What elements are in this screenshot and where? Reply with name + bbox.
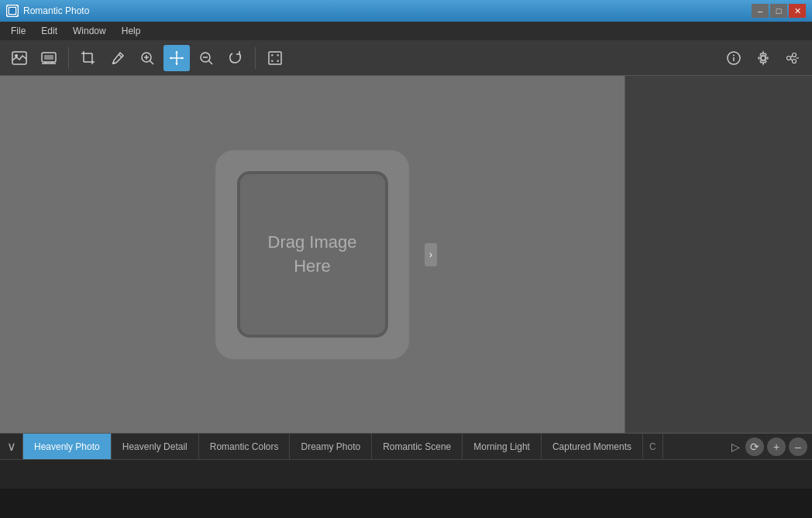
svg-rect-5 — [44, 55, 53, 60]
svg-line-32 — [791, 56, 793, 57]
bottom-strip — [0, 459, 812, 489]
menu-window[interactable]: Window — [65, 24, 114, 38]
canvas-area[interactable]: Drag Image Here › — [0, 76, 624, 433]
info-button[interactable] — [721, 45, 747, 71]
toolbar — [0, 40, 812, 76]
effects-button[interactable] — [779, 45, 806, 71]
rotate-button[interactable] — [222, 45, 249, 71]
tabs-bar: ∨ Heavenly Photo Heavenly Detail Romanti… — [0, 433, 812, 459]
menu-bar: File Edit Window Help — [0, 22, 812, 40]
tab-play-button[interactable]: ▷ — [728, 440, 742, 454]
tab-controls: ▷ ⟳ + – — [724, 437, 812, 456]
menu-edit[interactable]: Edit — [33, 24, 65, 38]
tab-list-button[interactable]: ∨ — [0, 434, 23, 460]
side-panel-toggle[interactable]: › — [425, 243, 437, 266]
minimize-button[interactable]: – — [752, 4, 769, 18]
move-button[interactable] — [163, 45, 190, 71]
tab-more[interactable]: C — [643, 434, 663, 460]
fullscreen-button[interactable] — [262, 45, 288, 71]
svg-point-29 — [787, 56, 791, 60]
tab-dreamy-photo[interactable]: Dreamy Photo — [290, 434, 372, 460]
tab-heavenly-detail[interactable]: Heavenly Detail — [112, 434, 199, 460]
svg-point-27 — [733, 54, 735, 56]
tab-add-button[interactable]: + — [767, 437, 786, 456]
tab-romantic-colors[interactable]: Romantic Colors — [199, 434, 291, 460]
tab-captured-moments[interactable]: Captured Moments — [542, 434, 643, 460]
toolbar-sep-2 — [255, 47, 256, 69]
crop-button[interactable] — [75, 45, 102, 71]
app-icon — [6, 5, 19, 17]
main-area: Drag Image Here › — [0, 76, 812, 433]
right-panel — [624, 76, 812, 433]
svg-point-3 — [15, 54, 18, 57]
drag-line1: Drag Image — [268, 232, 357, 252]
tab-remove-button[interactable]: – — [789, 437, 807, 456]
window-title: Romantic Photo — [23, 5, 752, 16]
svg-line-16 — [150, 60, 154, 64]
settings-button[interactable] — [750, 45, 776, 71]
close-button[interactable]: ✕ — [789, 4, 806, 18]
menu-file[interactable]: File — [3, 24, 33, 38]
svg-line-33 — [791, 59, 793, 60]
toolbar-sep-1 — [68, 47, 69, 69]
tab-loop-button[interactable]: ⟳ — [745, 437, 764, 456]
svg-point-14 — [112, 62, 115, 64]
image-button[interactable] — [6, 45, 33, 71]
drag-placeholder[interactable]: Drag Image Here — [215, 150, 409, 359]
tab-romantic-scene[interactable]: Romantic Scene — [372, 434, 463, 460]
zoom-out-button[interactable] — [193, 45, 219, 71]
tab-morning-light[interactable]: Morning Light — [463, 434, 542, 460]
zoom-in-button[interactable] — [134, 45, 160, 71]
svg-rect-1 — [9, 8, 15, 14]
drag-line2: Here — [294, 256, 331, 276]
window-controls: – □ ✕ — [752, 4, 806, 18]
eyedropper-button[interactable] — [105, 45, 131, 71]
svg-point-30 — [793, 53, 797, 57]
tab-heavenly-photo[interactable]: Heavenly Photo — [23, 434, 112, 460]
svg-line-22 — [209, 60, 213, 64]
title-bar: Romantic Photo – □ ✕ — [0, 0, 812, 22]
scanner-button[interactable] — [36, 45, 62, 71]
svg-rect-24 — [269, 52, 281, 64]
menu-help[interactable]: Help — [114, 24, 149, 38]
maximize-button[interactable]: □ — [770, 4, 787, 18]
drag-inner: Drag Image Here — [237, 171, 388, 338]
svg-line-13 — [119, 54, 122, 57]
drag-text: Drag Image Here — [268, 231, 357, 279]
svg-point-31 — [793, 59, 797, 63]
